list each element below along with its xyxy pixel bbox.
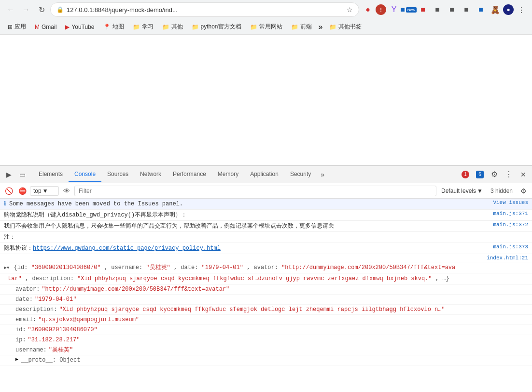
privacy-text-3: 注： [4,233,528,242]
new-badge: New [406,7,417,13]
tab-network[interactable]: Network [134,167,167,182]
devtools-settings-button[interactable]: ⚙ [488,168,501,181]
obj-avator-val: "http://dummyimage.com/200x200/50B347/ff… [281,264,455,271]
tab-application[interactable]: Application [244,167,284,182]
context-label: top [33,188,42,194]
gmail-icon: M [35,24,40,30]
tab-memory[interactable]: Memory [212,167,244,182]
obj-desc-val: "Xid phbyhzpuq sjarqyoe csqd kyccmkmeq f… [77,275,432,282]
device-toolbar-icon[interactable]: ▭ [15,168,29,181]
inspect-element-icon[interactable]: ▶ [2,168,15,181]
error-circle: 1 [462,171,469,178]
bookmark-star-icon[interactable]: ☆ [347,6,353,14]
privacy-text-1: 购物党隐私说明（键入disable_gwd_privacy()不再显示本声明）： [4,211,489,219]
field-proto[interactable]: __proto__: Object [0,355,532,365]
tab-sources[interactable]: Sources [101,167,134,182]
folder-frontend-icon: 📁 [291,24,298,30]
bookmark-python[interactable]: 📁 python官方文档 [188,21,245,33]
tab-security[interactable]: Security [284,167,317,182]
field-date-val: "1979-04-01" [35,295,76,304]
message-count-badge[interactable]: 6 [473,170,487,179]
object-collapsed-line[interactable]: ▼ {id: "360000201304086070" , username: … [0,262,532,273]
clear-console-button[interactable]: 🚫 [3,185,14,197]
bookmark-other[interactable]: 📁 其他 [158,21,187,33]
privacy-link-prefix: 隐私协议： [4,245,33,252]
error-count-badge[interactable]: 1 [459,170,472,179]
privacy-text-2: 我们不会收集用户个人隐私信息，只会收集一些简单的产品交互行为，帮助改善产品，例如… [4,222,489,230]
back-button[interactable]: ← [4,3,17,16]
field-description[interactable]: description: "Xid phbyhzpuq sjarqyoe csq… [0,305,532,315]
tab-performance[interactable]: Performance [167,167,212,182]
browser-chrome: ← → ↻ 🔒 127.0.0.1:8848/jquery-mock-demo/… [0,0,532,35]
tab-elements[interactable]: Elements [33,167,69,182]
bookmark-frontend[interactable]: 📁 前端 [287,21,316,33]
privacy-source-1[interactable]: main.js:371 [493,211,528,216]
default-levels-dropdown[interactable]: Default levels ▼ [438,187,486,195]
privacy-source-2[interactable]: main.js:372 [493,222,528,228]
triangle-collapse-icon: ▼ [4,266,9,270]
bookmark-youtube[interactable]: ▶ YouTube [61,22,98,32]
filter-input[interactable] [74,186,436,196]
field-ip-val: "31.182.28.217" [28,336,80,344]
devtools-panel: ▶ ▭ Elements Console Sources Network Per… [0,165,532,373]
bookmark-gmail[interactable]: M Gmail [31,22,60,32]
tab-more-button[interactable]: » [318,169,327,180]
more-options-icon[interactable]: ● [503,4,514,15]
field-email-val: "q.xsjokvx@qampogjurl.museum" [38,315,139,324]
privacy-link-source[interactable]: main.js:373 [493,244,528,250]
console-toolbar: 🚫 ⛔ top ▼ 👁 Default levels ▼ 3 hidden ⚙ [0,183,532,199]
eye-button[interactable]: 👁 [61,185,72,197]
context-selector[interactable]: top ▼ [30,186,59,196]
obj-avator-cont: tar" [8,275,22,282]
address-bar[interactable]: 🔒 127.0.0.1:8848/jquery-mock-demo/ind...… [50,2,359,17]
index-html-message: index.html:21 [0,254,532,262]
view-issues-link[interactable]: View issues [493,200,528,205]
bookmark-maps-label: 地图 [112,23,124,31]
extension-2-icon[interactable]: Y [387,3,401,16]
field-avator[interactable]: avator: "http://dummyimage.com/200x200/5… [0,284,532,295]
index-html-source[interactable]: index.html:21 [487,255,528,261]
extension-1-icon[interactable]: ! [376,4,386,15]
bookmark-maps[interactable]: 📍 地图 [99,21,128,33]
field-ip[interactable]: ip: "31.182.28.217" [0,335,532,345]
extension-7-icon[interactable]: ■ [460,3,473,16]
extension-5-icon[interactable]: ■ [431,3,444,16]
privacy-link-message: 隐私协议：https://www.gwdang.com/static_page/… [0,243,532,254]
field-username[interactable]: username: "吴桂英" [0,345,532,355]
devtools-more-button[interactable]: ⋮ [502,168,516,181]
console-output[interactable]: ℹ Some messages have been moved to the I… [0,199,532,373]
privacy-link-text: 隐私协议：https://www.gwdang.com/static_page/… [4,244,489,253]
field-date[interactable]: date: "1979-04-01" [0,295,532,305]
reload-button[interactable]: ↻ [35,3,48,16]
block-button[interactable]: ⛔ [16,185,28,197]
issues-panel-message: ℹ Some messages have been moved to the I… [0,199,532,210]
console-settings-button[interactable]: ⚙ [518,185,529,197]
forward-button[interactable]: → [19,3,33,16]
bookmark-apps[interactable]: ⊞ 应用 [4,21,30,33]
field-id[interactable]: id: "360000201304086070" [0,325,532,335]
proto-label: __proto__: Object [21,356,80,365]
extension-8-icon[interactable]: ■ [474,3,488,16]
privacy-policy-link[interactable]: https://www.gwdang.com/static_page/priva… [33,245,221,252]
extension-6-icon[interactable]: ■ [445,3,459,16]
field-email[interactable]: email: "q.xsjokvx@qampogjurl.museum" [0,315,532,325]
bookmarks-more-button[interactable]: » [319,23,323,31]
folder-python-icon: 📁 [192,24,199,30]
chrome-menu-icon[interactable]: ⋮ [515,3,528,16]
field-avator-val: "http://dummyimage.com/200x200/50B347/ff… [42,285,229,294]
extensions-puzzle-icon[interactable]: 🧸 [489,3,502,16]
bookmark-common[interactable]: 📁 常用网站 [246,21,286,33]
page-content [0,35,532,165]
extension-3-icon[interactable]: ■ New [402,3,415,16]
obj-avator-key: , avator: [247,264,281,271]
tab-console[interactable]: Console [69,167,101,182]
field-description-val: "Xid phbyhzpuq sjarqyoe csqd kyccmkmeq f… [59,305,445,314]
object-second-line[interactable]: tar" , description: "Xid phbyhzpuq sjarq… [0,273,532,284]
bookmark-youtube-label: YouTube [71,24,94,30]
extensions-icon[interactable]: ● [361,3,375,16]
extension-4-icon[interactable]: ■ [416,3,430,16]
other-bookmarks[interactable]: 📁 其他书签 [325,21,365,33]
field-ip-key: ip: [15,336,26,344]
bookmark-study[interactable]: 📁 学习 [129,21,157,33]
devtools-close-button[interactable]: ✕ [517,168,530,181]
